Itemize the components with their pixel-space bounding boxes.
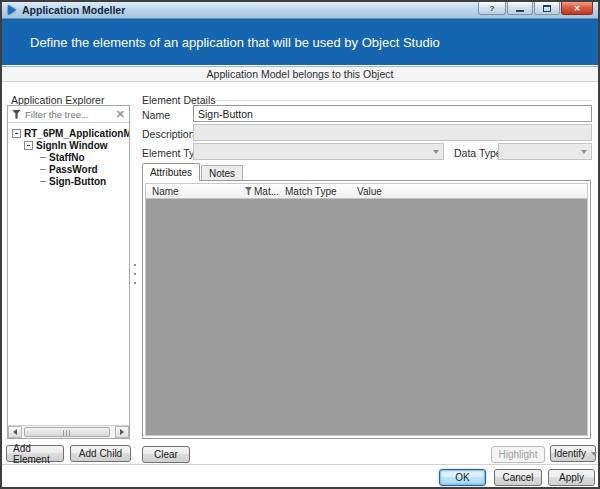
- collapse-icon[interactable]: [12, 129, 21, 138]
- column-header-name[interactable]: Name: [146, 186, 245, 197]
- help-button[interactable]: ?: [478, 2, 506, 15]
- tree-item-label: StaffNo: [49, 152, 85, 163]
- maximize-button[interactable]: [534, 2, 560, 15]
- tree-horizontal-scrollbar[interactable]: [8, 425, 129, 438]
- application-modeller-dialog: Application Modeller ? ✕ Define the elem…: [0, 0, 600, 489]
- column-header-match-type[interactable]: Match Type: [285, 186, 357, 197]
- tree-item-label: RT_6PM_ApplicationModuler: [24, 128, 129, 139]
- column-header-mat[interactable]: Mat...: [245, 186, 285, 197]
- tree-leaf-connector: [40, 181, 46, 182]
- tree-item-label: SignIn Window: [36, 140, 108, 151]
- column-header-mat-label: Mat...: [254, 186, 279, 197]
- identify-button[interactable]: Identify: [550, 445, 596, 462]
- tree-item-staffno[interactable]: StaffNo: [12, 151, 127, 163]
- scrollbar-track[interactable]: [22, 426, 115, 438]
- tree-filter-row: ✕: [8, 106, 129, 123]
- subheader-text: Application Model belongs to this Object: [207, 68, 394, 80]
- scrollbar-thumb[interactable]: [24, 427, 110, 437]
- data-type-label: Data Type: [454, 147, 502, 159]
- clear-filter-icon[interactable]: ✕: [116, 109, 125, 119]
- tree-item-root[interactable]: RT_6PM_ApplicationModuler: [12, 127, 127, 139]
- titlebar[interactable]: Application Modeller ? ✕: [2, 2, 598, 19]
- attributes-table-body: [146, 199, 587, 435]
- chevron-down-icon: [591, 452, 597, 456]
- attributes-panel: Name Mat... Match Type Value: [142, 180, 591, 439]
- scroll-left-button[interactable]: [8, 426, 22, 438]
- description-input: [193, 124, 592, 141]
- footer-divider: [2, 464, 598, 465]
- group-divider: [214, 100, 592, 101]
- left-arrow-icon: [13, 429, 17, 435]
- name-label: Name: [142, 109, 170, 121]
- scroll-right-button[interactable]: [115, 426, 129, 438]
- identify-dropdown-arrow[interactable]: [591, 446, 597, 461]
- maximize-icon: [543, 5, 551, 12]
- filter-funnel-icon: [245, 187, 252, 195]
- banner-text: Define the elements of an application th…: [30, 35, 440, 50]
- tab-notes[interactable]: Notes: [201, 165, 243, 181]
- attributes-table: Name Mat... Match Type Value: [145, 183, 588, 436]
- scrollbar-grip-icon: [63, 430, 71, 436]
- tree-item-password[interactable]: PassWord: [12, 163, 127, 175]
- name-input[interactable]: [193, 105, 592, 122]
- minimize-button[interactable]: [507, 2, 533, 15]
- tree-item-signin-window[interactable]: SignIn Window: [12, 139, 127, 151]
- element-type-dropdown: [193, 143, 444, 160]
- minimize-icon: [516, 10, 524, 12]
- description-label: Description: [142, 128, 195, 140]
- application-explorer-panel: ✕ RT_6PM_ApplicationModuler SignIn Windo…: [7, 105, 130, 439]
- collapse-icon[interactable]: [24, 141, 33, 150]
- ok-button[interactable]: OK: [439, 469, 486, 486]
- data-type-dropdown: [498, 143, 592, 160]
- column-header-value[interactable]: Value: [357, 186, 587, 197]
- identify-button-label: Identify: [549, 446, 591, 461]
- add-child-button[interactable]: Add Child: [70, 445, 131, 462]
- tab-attributes[interactable]: Attributes: [142, 163, 200, 181]
- window-title: Application Modeller: [22, 4, 125, 16]
- clear-button[interactable]: Clear: [142, 446, 190, 463]
- attributes-table-header: Name Mat... Match Type Value: [146, 184, 587, 199]
- tree-leaf-connector: [40, 169, 46, 170]
- tree-item-sign-button[interactable]: Sign-Button: [12, 175, 127, 187]
- subheader-strip: Application Model belongs to this Object: [2, 66, 598, 82]
- add-element-button[interactable]: Add Element: [6, 445, 64, 462]
- tree-item-label: Sign-Button: [49, 176, 106, 187]
- chevron-down-icon: [581, 150, 587, 154]
- cancel-button[interactable]: Cancel: [494, 469, 542, 486]
- highlight-button: Highlight: [491, 446, 545, 463]
- right-arrow-icon: [120, 429, 124, 435]
- description-banner: Define the elements of an application th…: [2, 19, 598, 65]
- apply-button[interactable]: Apply: [548, 469, 595, 486]
- app-icon: [8, 5, 16, 15]
- filter-funnel-icon: [12, 110, 21, 119]
- tree-item-label: PassWord: [49, 164, 98, 175]
- close-button[interactable]: ✕: [561, 2, 593, 15]
- chevron-down-icon: [433, 150, 439, 154]
- panel-splitter[interactable]: [134, 264, 137, 284]
- application-tree: RT_6PM_ApplicationModuler SignIn Window …: [8, 123, 129, 425]
- tree-filter-input[interactable]: [25, 109, 116, 120]
- tree-leaf-connector: [40, 157, 46, 158]
